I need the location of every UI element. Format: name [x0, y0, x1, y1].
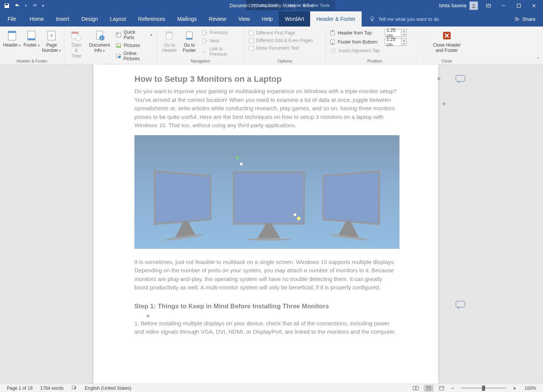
comment-icon[interactable] — [456, 301, 465, 309]
page: How to Setup 3 Monitors on a Laptop Do y… — [94, 64, 438, 384]
spinner-up[interactable]: ▴ — [401, 30, 406, 33]
tab-review[interactable]: Review — [203, 11, 232, 27]
share-button[interactable]: Share — [514, 16, 543, 22]
web-layout-icon[interactable] — [437, 385, 446, 392]
zoom-in-button[interactable]: + — [512, 385, 518, 391]
online-pictures-button[interactable]: Online Pictures — [113, 50, 154, 62]
spelling-icon[interactable] — [67, 385, 81, 391]
doc-heading: How to Setup 3 Monitors on a Laptop — [134, 74, 397, 84]
quick-parts-button[interactable]: Quick Parts▾ — [113, 29, 154, 41]
svg-rect-9 — [8, 31, 16, 33]
svg-point-25 — [118, 56, 121, 59]
status-bar: Page 1 of 18 1764 words English (United … — [0, 384, 543, 392]
document-info-button[interactable]: i Document Info▾ — [87, 28, 112, 54]
svg-rect-37 — [456, 301, 465, 307]
footer-from-bottom-icon — [329, 39, 335, 45]
footer-button[interactable]: Footer▾ — [22, 28, 41, 48]
svg-rect-5 — [371, 20, 373, 21]
svg-point-0 — [473, 4, 474, 6]
doc-paragraph: Do you want to improve your gaming or mu… — [134, 87, 397, 130]
user-account[interactable]: Ishita Saxena — [439, 2, 478, 10]
tab-design[interactable]: Design — [75, 11, 104, 27]
online-pictures-icon — [115, 53, 121, 59]
comment-icon[interactable] — [456, 75, 465, 83]
spinner-down[interactable]: ▾ — [401, 42, 406, 45]
svg-text:i: i — [101, 36, 102, 40]
document-info-icon: i — [94, 30, 106, 42]
group-label-position: Position — [328, 58, 421, 63]
collapse-ribbon-icon[interactable]: ⌃ — [536, 56, 540, 62]
tab-mailings[interactable]: Mailings — [171, 11, 203, 27]
read-mode-icon[interactable] — [411, 385, 421, 392]
pictures-button[interactable]: Pictures — [113, 42, 154, 49]
link-to-previous-button: Link to Previous — [199, 45, 242, 58]
tab-home[interactable]: Home — [24, 11, 50, 27]
tab-references[interactable]: References — [132, 11, 172, 27]
next-button: Next — [199, 37, 242, 45]
svg-rect-2 — [502, 5, 506, 6]
group-label-options: Options — [247, 58, 323, 63]
svg-rect-3 — [517, 4, 521, 8]
minimize-icon[interactable] — [499, 1, 508, 10]
svg-point-6 — [515, 17, 517, 19]
rotation-handle-icon[interactable] — [236, 156, 239, 159]
print-layout-icon[interactable] — [424, 385, 434, 392]
date-time-icon — [70, 30, 82, 42]
tab-header-footer[interactable]: Header & Footer — [310, 11, 362, 27]
user-name: Ishita Saxena — [439, 3, 467, 8]
svg-rect-15 — [72, 32, 78, 34]
header-icon — [6, 30, 18, 42]
svg-point-16 — [76, 35, 81, 41]
close-icon[interactable] — [529, 1, 538, 10]
context-tab-wordart: WordArt Tools — [246, 0, 283, 10]
tab-view[interactable]: View — [232, 11, 256, 27]
spinner-down[interactable]: ▾ — [401, 33, 406, 36]
zoom-slider[interactable] — [461, 387, 506, 389]
header-button[interactable]: Header▾ — [2, 28, 22, 48]
header-from-top-input[interactable]: 1.25 cm ▴▾ — [385, 29, 407, 37]
word-count[interactable]: 1764 words — [36, 386, 67, 391]
doc-paragraph: It is sometimes, just not feasible to mu… — [134, 258, 397, 292]
tab-help[interactable]: Help — [256, 11, 279, 27]
document-image[interactable] — [134, 135, 399, 249]
svg-rect-20 — [116, 33, 121, 37]
tab-wordart[interactable]: WordArt — [279, 11, 310, 27]
svg-point-23 — [117, 45, 118, 46]
zoom-out-button[interactable]: − — [449, 385, 456, 391]
redo-icon[interactable] — [31, 3, 37, 9]
context-tab-headerfooter: Header & Footer Tools — [283, 0, 335, 10]
zoom-level[interactable]: 100% — [521, 386, 540, 391]
undo-icon[interactable] — [14, 3, 20, 9]
link-icon — [201, 48, 207, 55]
previous-button: Previous — [199, 29, 242, 36]
page-count[interactable]: Page 1 of 18 — [3, 386, 36, 391]
selection-handle-icon[interactable] — [240, 162, 243, 166]
ribbon-display-icon[interactable] — [484, 1, 493, 10]
pictures-icon — [115, 42, 122, 48]
date-time-button: Date & Time — [67, 28, 86, 59]
svg-rect-44 — [439, 386, 444, 390]
tab-insert[interactable]: Insert — [50, 11, 75, 27]
close-header-footer-button[interactable]: Close Header and Footer — [430, 28, 463, 54]
save-icon[interactable] — [4, 3, 10, 9]
svg-rect-30 — [203, 30, 206, 35]
maximize-icon[interactable] — [514, 1, 523, 10]
document-area[interactable]: How to Setup 3 Monitors on a Laptop Do y… — [0, 64, 543, 384]
goto-footer-button[interactable]: Go to Footer — [180, 28, 198, 54]
page-number-button[interactable]: # Page Number▾ — [41, 28, 62, 54]
undo-dropdown[interactable]: ▾ — [25, 4, 27, 8]
qat-customize[interactable]: ▾ — [42, 3, 44, 8]
page-number-icon: # — [45, 30, 58, 42]
tell-me-search[interactable]: Tell me what you want to do — [369, 16, 439, 22]
tab-layout[interactable]: Layout — [104, 11, 132, 27]
spinner-up[interactable]: ▴ — [401, 39, 406, 42]
tab-file[interactable]: File — [0, 11, 24, 27]
footer-from-bottom-label: Footer from Bottom: — [338, 39, 382, 45]
ribbon: Header▾ Footer▾ # Page Number▾ Header & … — [0, 27, 543, 64]
footer-from-bottom-input[interactable]: 1.25 cm ▴▾ — [385, 38, 407, 46]
avatar — [470, 2, 478, 10]
svg-rect-39 — [413, 386, 415, 390]
alignment-tab-icon — [330, 48, 336, 54]
language-status[interactable]: English (United States) — [81, 386, 135, 391]
selection-handle-icon[interactable] — [293, 213, 296, 216]
